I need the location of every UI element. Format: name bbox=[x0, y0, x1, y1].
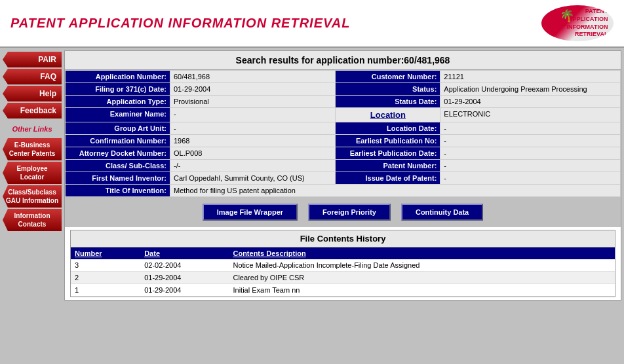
examiner-name-label: Examiner Name: bbox=[66, 108, 170, 122]
search-results-title: Search results for application number:60… bbox=[65, 51, 621, 70]
sidebar-btn-feedback[interactable]: Feedback bbox=[3, 103, 62, 118]
table-row: Application Number: 60/481,968 Customer … bbox=[66, 71, 621, 83]
row-number: 3 bbox=[71, 259, 140, 272]
table-row: Filing or 371(c) Date: 01-29-2004 Status… bbox=[66, 83, 621, 96]
table-row: 2 01-29-2004 Cleared by OIPE CSR bbox=[71, 272, 615, 284]
table-row: Application Type: Provisional Status Dat… bbox=[66, 96, 621, 108]
application-type-value: Provisional bbox=[170, 96, 336, 108]
confirmation-number-value: 1968 bbox=[170, 135, 336, 147]
application-type-label: Application Type: bbox=[66, 96, 170, 108]
table-row: First Named Inventor: Carl Oppedahl, Sum… bbox=[66, 172, 621, 185]
file-history-table: Number Date Contents Description 3 02-02… bbox=[71, 247, 615, 297]
table-row: Class/ Sub-Class: -/- Patent Number: - bbox=[66, 160, 621, 172]
col-date: Date bbox=[140, 247, 229, 259]
main-container: PAIR FAQ Help Feedback Other Links E-Bus… bbox=[0, 48, 624, 303]
earliest-pub-date-label: Earliest Publication Date: bbox=[336, 147, 440, 160]
table-row: Confirmation Number: 1968 Earliest Publi… bbox=[66, 135, 621, 147]
row-number: 2 bbox=[71, 272, 140, 284]
sidebar: PAIR FAQ Help Feedback Other Links E-Bus… bbox=[3, 50, 62, 300]
sidebar-btn-pair[interactable]: PAIR bbox=[3, 52, 62, 67]
action-buttons: Image File Wrapper Foreign Priority Cont… bbox=[65, 197, 621, 227]
file-history-header-row: Number Date Contents Description bbox=[71, 247, 615, 259]
earliest-pub-date-value: - bbox=[440, 147, 621, 160]
table-row: 1 01-29-2004 Initial Exam Team nn bbox=[71, 284, 615, 297]
sidebar-btn-employee-locator[interactable]: EmployeeLocator bbox=[3, 162, 62, 184]
application-number-label: Application Number: bbox=[66, 71, 170, 83]
row-number: 1 bbox=[71, 284, 140, 297]
confirmation-number-label: Confirmation Number: bbox=[66, 135, 170, 147]
col-number: Number bbox=[71, 247, 140, 259]
title-of-invention-value: Method for filing US patent application bbox=[170, 185, 621, 197]
examiner-name-value: - bbox=[170, 108, 336, 122]
file-history-title: File Contents History bbox=[71, 230, 615, 247]
location-date-value: - bbox=[440, 122, 621, 135]
application-info-table: Application Number: 60/481,968 Customer … bbox=[65, 70, 621, 197]
table-row: 3 02-02-2004 Notice Mailed-Application I… bbox=[71, 259, 615, 272]
foreign-priority-button[interactable]: Foreign Priority bbox=[308, 204, 391, 221]
row-description: Initial Exam Team nn bbox=[229, 284, 615, 297]
status-label: Status: bbox=[336, 83, 440, 96]
sidebar-btn-class-subclass[interactable]: Class/SubclassGAU Information bbox=[3, 185, 62, 208]
class-subclass-label: Class/ Sub-Class: bbox=[66, 160, 170, 172]
group-art-unit-value: - bbox=[170, 122, 336, 135]
class-subclass-value: -/- bbox=[170, 160, 336, 172]
header-title: PATENT APPLICATION INFORMATION RETRIEVAL bbox=[10, 16, 351, 31]
location-link[interactable]: Location bbox=[370, 110, 406, 120]
filing-date-value: 01-29-2004 bbox=[170, 83, 336, 96]
location-link-cell: Location bbox=[336, 108, 440, 122]
attorney-docket-value: OL.P008 bbox=[170, 147, 336, 160]
header-logo: 🌴 PATENTAPPLICATIONINFORMATIONRETRIEVAL bbox=[541, 5, 614, 41]
attorney-docket-label: Attorney Docket Number: bbox=[66, 147, 170, 160]
location-value: ELECTRONIC bbox=[440, 108, 621, 122]
table-row: Examiner Name: - Location ELECTRONIC bbox=[66, 108, 621, 122]
sidebar-btn-help[interactable]: Help bbox=[3, 86, 62, 101]
earliest-pub-no-value: - bbox=[440, 135, 621, 147]
location-date-label: Location Date: bbox=[336, 122, 440, 135]
first-named-inventor-label: First Named Inventor: bbox=[66, 172, 170, 185]
sidebar-btn-information-contacts[interactable]: InformationContacts bbox=[3, 209, 62, 231]
status-date-label: Status Date: bbox=[336, 96, 440, 108]
patent-number-label: Patent Number: bbox=[336, 160, 440, 172]
earliest-pub-no-label: Earliest Publication No: bbox=[336, 135, 440, 147]
row-date: 01-29-2004 bbox=[140, 284, 229, 297]
image-file-wrapper-button[interactable]: Image File Wrapper bbox=[203, 204, 298, 221]
table-row: Attorney Docket Number: OL.P008 Earliest… bbox=[66, 147, 621, 160]
issue-date-value: - bbox=[440, 172, 621, 185]
sidebar-btn-ebusiness[interactable]: E-BusinessCenter Patents bbox=[3, 138, 62, 160]
table-row: Title Of Invention: Method for filing US… bbox=[66, 185, 621, 197]
header: PATENT APPLICATION INFORMATION RETRIEVAL… bbox=[0, 0, 624, 48]
application-number-value: 60/481,968 bbox=[170, 71, 336, 83]
sidebar-btn-faq[interactable]: FAQ bbox=[3, 69, 62, 84]
logo-text: PATENTAPPLICATIONINFORMATIONRETRIEVAL bbox=[547, 8, 608, 39]
status-value: Application Undergoing Preexam Processin… bbox=[440, 83, 621, 96]
row-date: 01-29-2004 bbox=[140, 272, 229, 284]
row-description: Notice Mailed-Application Incomplete-Fil… bbox=[229, 259, 615, 272]
continuity-data-button[interactable]: Continuity Data bbox=[401, 204, 483, 221]
content-area: Search results for application number:60… bbox=[64, 50, 621, 300]
filing-date-label: Filing or 371(c) Date: bbox=[66, 83, 170, 96]
row-date: 02-02-2004 bbox=[140, 259, 229, 272]
patent-number-value: - bbox=[440, 160, 621, 172]
file-history: File Contents History Number Date Conten… bbox=[70, 230, 615, 297]
issue-date-label: Issue Date of Patent: bbox=[336, 172, 440, 185]
group-art-unit-label: Group Art Unit: bbox=[66, 122, 170, 135]
title-of-invention-label: Title Of Invention: bbox=[66, 185, 170, 197]
row-description: Cleared by OIPE CSR bbox=[229, 272, 615, 284]
first-named-inventor-value: Carl Oppedahl, Summit County, CO (US) bbox=[170, 172, 336, 185]
col-description: Contents Description bbox=[229, 247, 615, 259]
status-date-value: 01-29-2004 bbox=[440, 96, 621, 108]
palm-icon: 🌴 bbox=[560, 9, 574, 23]
other-links-label: Other Links bbox=[3, 120, 62, 136]
table-row: Group Art Unit: - Location Date: - bbox=[66, 122, 621, 135]
customer-number-label: Customer Number: bbox=[336, 71, 440, 83]
sidebar-btn-group: E-BusinessCenter Patents EmployeeLocator… bbox=[3, 138, 62, 231]
customer-number-value: 21121 bbox=[440, 71, 621, 83]
